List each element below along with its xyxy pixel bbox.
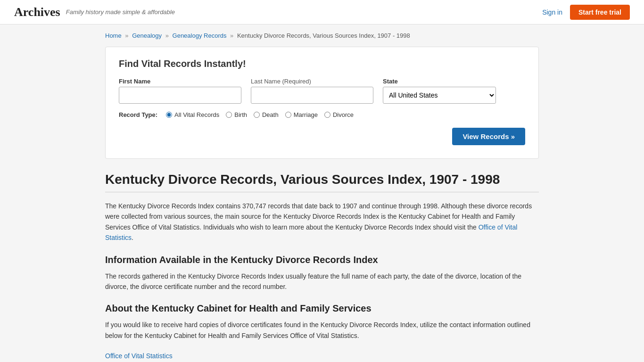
search-fields: First Name Last Name (Required) State Al… — [119, 78, 525, 104]
record-type-radio-death[interactable] — [254, 112, 260, 118]
record-type-label-divorce: Divorce — [333, 111, 354, 118]
sign-in-link[interactable]: Sign in — [542, 8, 562, 16]
state-group: State All United StatesAlabamaAlaskaAriz… — [383, 78, 496, 104]
record-type-options: All Vital RecordsBirthDeathMarriageDivor… — [166, 111, 354, 118]
breadcrumb-genealogy-records[interactable]: Genealogy Records — [173, 32, 227, 39]
breadcrumb-genealogy[interactable]: Genealogy — [132, 32, 162, 39]
record-type-radio-marriage[interactable] — [285, 112, 291, 118]
record-type-option-birth[interactable]: Birth — [226, 111, 247, 118]
intro-suffix: . — [132, 234, 133, 241]
page-title: Kentucky Divorce Records, Various Source… — [105, 172, 539, 187]
search-box-title: Find Vital Records Instantly! — [119, 58, 525, 69]
first-name-input[interactable] — [119, 87, 241, 104]
record-type-label-birth: Birth — [234, 111, 247, 118]
search-box: Find Vital Records Instantly! First Name… — [105, 47, 539, 159]
record-type-radio-all[interactable] — [166, 112, 172, 118]
site-header: Archives Family history made simple & af… — [0, 0, 644, 25]
state-label: State — [383, 78, 496, 85]
breadcrumb-home[interactable]: Home — [105, 32, 122, 39]
record-type-option-divorce[interactable]: Divorce — [324, 111, 354, 118]
section2-text: If you would like to receive hard copies… — [105, 320, 539, 341]
section2-heading: About the Kentucky Cabinet for Health an… — [105, 303, 539, 314]
breadcrumb: Home » Genealogy » Genealogy Records » K… — [105, 32, 539, 39]
start-trial-button[interactable]: Start free trial — [570, 5, 630, 20]
record-type-label-death: Death — [262, 111, 279, 118]
last-name-group: Last Name (Required) — [251, 78, 373, 104]
site-tagline: Family history made simple & affordable — [66, 8, 175, 16]
intro-text: The Kentucky Divorce Records Index conta… — [105, 202, 532, 231]
first-name-label: First Name — [119, 78, 241, 85]
record-type-radio-birth[interactable] — [226, 112, 232, 118]
breadcrumb-sep-3: » — [230, 32, 233, 39]
intro-paragraph: The Kentucky Divorce Records Index conta… — [105, 201, 539, 243]
view-records-row: View Records » — [119, 128, 525, 145]
section1-heading: Information Available in the Kentucky Di… — [105, 255, 539, 265]
breadcrumb-sep-1: » — [125, 32, 128, 39]
breadcrumb-current: Kentucky Divorce Records, Various Source… — [237, 32, 410, 39]
record-type-label-all: All Vital Records — [174, 111, 219, 118]
office-of-vital-statistics-link[interactable]: Office of Vital Statistics — [105, 352, 173, 360]
last-name-label: Last Name (Required) — [251, 78, 373, 85]
site-logo: Archives — [14, 5, 60, 19]
last-name-input[interactable] — [251, 87, 373, 104]
section1-text: The records gathered in the Kentucky Div… — [105, 271, 539, 292]
record-type-label: Record Type: — [119, 111, 157, 118]
record-type-option-death[interactable]: Death — [254, 111, 279, 118]
record-type-option-all[interactable]: All Vital Records — [166, 111, 219, 118]
state-select[interactable]: All United StatesAlabamaAlaskaArizonaArk… — [383, 87, 496, 104]
first-name-group: First Name — [119, 78, 241, 104]
record-type-option-marriage[interactable]: Marriage — [285, 111, 318, 118]
header-left: Archives Family history made simple & af… — [14, 5, 175, 19]
record-type-label-marriage: Marriage — [294, 111, 318, 118]
main-content: Home » Genealogy » Genealogy Records » K… — [96, 25, 548, 362]
last-name-required: (Required) — [282, 78, 311, 85]
breadcrumb-sep-2: » — [165, 32, 169, 39]
view-records-button[interactable]: View Records » — [452, 128, 525, 145]
record-type-row: Record Type: All Vital RecordsBirthDeath… — [119, 111, 525, 118]
header-right: Sign in Start free trial — [542, 5, 630, 20]
record-type-radio-divorce[interactable] — [324, 112, 330, 118]
title-divider — [105, 192, 539, 192]
